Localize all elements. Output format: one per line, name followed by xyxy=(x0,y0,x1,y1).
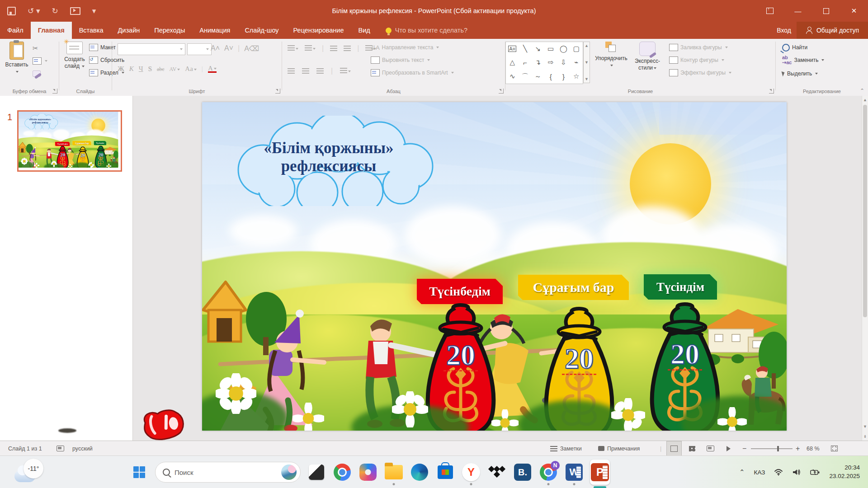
text-direction-button[interactable]: ⇊AНаправление текста xyxy=(371,42,439,52)
tell-me-box[interactable]: Что вы хотите сделать? xyxy=(386,22,467,39)
comments-button[interactable]: Примечания xyxy=(598,441,640,456)
shapes-gallery-scroll[interactable]: ▲▼▼ xyxy=(583,42,590,83)
app-chrome[interactable] xyxy=(332,462,352,482)
font-size-combo[interactable] xyxy=(187,43,212,55)
align-left-button[interactable] xyxy=(288,68,295,74)
tab-insert[interactable]: Вставка xyxy=(72,22,111,39)
shapes-gallery[interactable]: A≡╲↘▭◯▢ △⌐↴⇨⇩⌁ ∿⌒～{}☆ xyxy=(505,42,583,84)
close-button[interactable]: ✕ xyxy=(840,0,868,22)
align-text-button[interactable]: Выровнять текст xyxy=(371,55,430,65)
text-shadow-button[interactable]: S xyxy=(148,65,152,73)
tab-transitions[interactable]: Переходы xyxy=(147,22,192,39)
normal-view-button[interactable] xyxy=(666,441,682,456)
slideshow-view-button[interactable] xyxy=(721,441,736,456)
app-darksquare[interactable] xyxy=(307,462,326,482)
align-center-button[interactable] xyxy=(302,68,309,74)
find-button[interactable]: Найти xyxy=(782,42,807,52)
weather-widget[interactable]: -11° xyxy=(12,459,51,486)
smartart-button[interactable]: Преобразовать в SmartArt xyxy=(371,68,454,78)
keyboard-language[interactable]: КАЗ xyxy=(754,469,765,476)
app-word[interactable]: W xyxy=(564,462,584,482)
zoom-level[interactable]: 68 % xyxy=(807,441,820,456)
fit-to-window-button[interactable] xyxy=(831,441,838,456)
font-dialog-launcher[interactable] xyxy=(275,89,280,94)
increase-indent-button[interactable] xyxy=(344,46,351,51)
italic-button[interactable]: К xyxy=(129,65,134,73)
shrink-font-button[interactable]: A˅ xyxy=(224,44,233,53)
character-spacing-button[interactable]: AV xyxy=(170,65,180,73)
cut-button[interactable]: ✂ xyxy=(33,43,38,53)
collapse-ribbon-icon[interactable]: ⌃ xyxy=(860,88,864,94)
slide-thumbnail[interactable]: Түсінбедім Сұрағым бар Түсіндім xyxy=(17,110,122,172)
bold-button[interactable]: Ж xyxy=(118,65,124,73)
zoom-slider[interactable] xyxy=(751,441,793,456)
banner-tusindim[interactable]: Түсіндім xyxy=(94,141,106,145)
app-yandex[interactable]: Y xyxy=(461,462,481,482)
grow-font-button[interactable]: A˄ xyxy=(211,44,220,53)
change-case-button[interactable]: Aa xyxy=(185,65,197,73)
tab-animation[interactable]: Анимация xyxy=(192,22,237,39)
shape-outline-button[interactable]: Контур фигуры xyxy=(669,55,724,65)
slide-counter[interactable]: Слайд 1 из 1 xyxy=(8,441,42,456)
tab-file[interactable]: Файл xyxy=(0,22,31,39)
tab-slideshow[interactable]: Слайд-шоу xyxy=(237,22,286,39)
paragraph-dialog-launcher[interactable] xyxy=(499,89,504,94)
tray-chevron-icon[interactable]: ⌃ xyxy=(739,468,745,476)
format-painter-button[interactable] xyxy=(33,69,41,79)
font-color-button[interactable]: A xyxy=(208,66,217,73)
decrease-indent-button[interactable] xyxy=(330,46,337,51)
scroll-up-icon[interactable]: ▲ xyxy=(862,98,868,102)
scroll-down-icon[interactable]: ▼ xyxy=(862,424,868,429)
quick-styles-button[interactable]: Экспресс-стили xyxy=(630,42,665,83)
clock[interactable]: 20:34 23.02.2025 xyxy=(829,464,860,481)
reading-view-button[interactable] xyxy=(703,441,718,456)
font-name-combo[interactable] xyxy=(118,43,185,55)
clipboard-dialog-launcher[interactable] xyxy=(52,89,57,94)
app-copilot[interactable] xyxy=(358,462,378,482)
slide-canvas[interactable]: Түсінбедім Сұрағым бар Түсіндім xyxy=(202,102,787,431)
lips-sticker[interactable] xyxy=(139,407,189,442)
drawing-dialog-launcher[interactable] xyxy=(769,89,774,94)
spellcheck-icon[interactable] xyxy=(57,441,64,456)
title-cloud[interactable]: «Білім қоржыны» рефлексиясы xyxy=(220,116,437,206)
new-slide-button[interactable]: Создать слайд xyxy=(61,42,89,83)
wifi-icon[interactable] xyxy=(774,469,783,476)
search-box[interactable]: Поиск xyxy=(155,462,301,483)
scrollbar-thumb[interactable] xyxy=(863,105,867,317)
replace-button[interactable]: ab⇢acЗаменить xyxy=(782,55,824,65)
copy-button[interactable] xyxy=(33,56,47,66)
notes-button[interactable]: Заметки xyxy=(550,441,582,456)
align-right-button[interactable] xyxy=(316,68,324,74)
ribbon-display-options-button[interactable] xyxy=(756,0,784,22)
arrange-button[interactable]: Упорядочить xyxy=(594,42,628,83)
tab-design[interactable]: Дизайн xyxy=(111,22,147,39)
tab-home[interactable]: Главная xyxy=(31,22,72,39)
title-cloud[interactable]: «Білім қоржыны» рефлексиясы xyxy=(22,114,59,129)
volume-icon[interactable] xyxy=(792,469,801,476)
sign-in-button[interactable]: Вход xyxy=(777,22,791,39)
restore-button[interactable] xyxy=(812,0,840,22)
vertical-scrollbar[interactable]: ▲ ▼ ⇟ xyxy=(862,96,868,441)
zoom-out-button[interactable]: − xyxy=(742,441,746,456)
slide-sorter-view-button[interactable] xyxy=(684,441,700,456)
app-tidal[interactable] xyxy=(487,462,507,482)
app-powerpoint-active[interactable]: P xyxy=(590,462,610,482)
share-button[interactable]: Общий доступ xyxy=(797,22,868,39)
app-chrome-profile[interactable]: N xyxy=(538,462,558,482)
next-slide-icon[interactable]: ⇟ xyxy=(862,434,868,439)
app-edge[interactable] xyxy=(410,462,429,482)
tab-view[interactable]: Вид xyxy=(351,22,377,39)
strikethrough-button[interactable]: abc xyxy=(157,66,165,73)
underline-button[interactable]: Ч xyxy=(139,65,143,73)
minimize-button[interactable]: — xyxy=(784,0,812,22)
zoom-in-button[interactable]: + xyxy=(796,441,800,456)
clear-formatting-button[interactable]: A⌫ xyxy=(244,44,259,53)
language-indicator[interactable]: русский xyxy=(72,441,93,456)
app-vk[interactable]: B. xyxy=(513,462,533,482)
select-button[interactable]: Выделить xyxy=(782,69,818,79)
shape-fill-button[interactable]: Заливка фигуры xyxy=(669,42,728,52)
app-file-explorer[interactable] xyxy=(384,462,404,482)
banner-tusindim[interactable]: Түсіндім xyxy=(644,274,717,300)
paste-button[interactable]: Вставить xyxy=(4,42,30,83)
shape-effects-button[interactable]: Эффекты фигуры xyxy=(669,68,731,78)
